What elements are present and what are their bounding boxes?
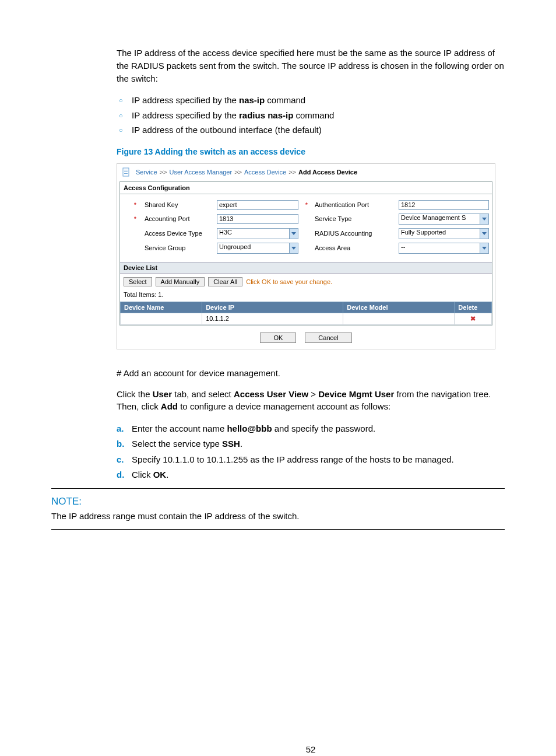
service-type-label: Service Type <box>315 215 396 222</box>
page-icon <box>122 167 131 177</box>
access-dev-type-label: Access Device Type <box>145 230 214 237</box>
service-group-label: Service Group <box>145 244 214 251</box>
chevron-down-icon[interactable] <box>480 228 489 239</box>
note-title: NOTE: <box>51 494 505 510</box>
chevron-down-icon[interactable] <box>289 228 298 239</box>
device-list-title: Device List <box>120 262 492 274</box>
access-config-panel: Access Configuration * Shared Key * Auth… <box>119 181 492 326</box>
note-body: The IP address range must contain the IP… <box>51 510 505 524</box>
divider <box>51 488 505 489</box>
figure-caption: Figure 13 Adding the switch as an access… <box>117 147 505 156</box>
auth-port-label: Authentication Port <box>315 201 396 208</box>
add-manually-button[interactable]: Add Manually <box>156 277 205 286</box>
note-block: NOTE: The IP address range must contain … <box>51 488 505 530</box>
list-item: c.Specify 10.1.1.0 to 10.1.1.255 as the … <box>117 452 505 467</box>
crumb-sep: >> <box>288 169 296 176</box>
access-dev-type-select[interactable]: H3C <box>217 228 298 239</box>
steps-list: a.Enter the account name hello@bbb and s… <box>117 421 505 482</box>
table-row: 10.1.1.2 ✖ <box>121 313 492 324</box>
svg-rect-3 <box>124 173 128 174</box>
required-marker: * <box>301 201 312 208</box>
list-item: d.Click OK. <box>117 467 505 482</box>
list-item: IP address of the outbound interface (th… <box>117 123 505 138</box>
panel-title: Access Configuration <box>120 182 492 194</box>
service-group-select[interactable]: Ungrouped <box>217 243 298 254</box>
breadcrumb: Service >> User Access Manager >> Access… <box>117 164 495 180</box>
crumb-service[interactable]: Service <box>136 169 157 176</box>
radius-acct-select[interactable]: Fully Supported <box>399 228 489 239</box>
required-marker: * <box>128 201 142 208</box>
shared-key-label: Shared Key <box>145 201 214 208</box>
ok-button[interactable]: OK <box>260 332 296 343</box>
crumb-sep: >> <box>160 169 167 176</box>
required-marker: * <box>128 215 142 222</box>
col-device-ip: Device IP <box>202 302 343 313</box>
click-user-paragraph: Click the User tab, and select Access Us… <box>117 388 505 414</box>
intro-paragraph: The IP address of the access device spec… <box>117 47 505 85</box>
figure-container: Service >> User Access Manager >> Access… <box>117 163 495 349</box>
service-type-select[interactable]: Device Management S <box>399 214 489 225</box>
chevron-down-icon[interactable] <box>480 214 489 225</box>
radius-acct-label: RADIUS Accounting <box>315 230 396 237</box>
svg-rect-2 <box>124 172 128 172</box>
access-area-label: Access Area <box>315 244 396 251</box>
save-hint: Click OK to save your change. <box>246 278 332 285</box>
list-item: a.Enter the account name hello@bbb and s… <box>117 421 505 436</box>
crumb-current: Add Access Device <box>298 169 357 176</box>
col-device-model: Device Model <box>343 302 455 313</box>
chevron-down-icon[interactable] <box>480 243 489 254</box>
cell-device-ip: 10.1.1.2 <box>202 313 343 324</box>
device-table: Device Name Device IP Device Model Delet… <box>120 302 492 325</box>
list-item: b.Select the service type SSH. <box>117 436 505 452</box>
delete-icon[interactable]: ✖ <box>470 315 476 322</box>
acct-port-input[interactable] <box>217 214 298 224</box>
page-number: 52 <box>117 534 505 754</box>
list-item: IP address specified by the nas-ip comma… <box>117 93 505 108</box>
select-button[interactable]: Select <box>124 277 152 286</box>
acct-port-label: Accounting Port <box>145 215 214 222</box>
auth-port-input[interactable] <box>399 200 489 210</box>
crumb-uam[interactable]: User Access Manager <box>170 169 233 176</box>
list-item: IP address specified by the radius nas-i… <box>117 108 505 123</box>
divider <box>51 529 505 530</box>
col-delete: Delete <box>455 302 492 313</box>
shared-key-input[interactable] <box>217 200 298 210</box>
total-items: Total Items: 1. <box>120 290 492 302</box>
access-area-select[interactable]: -- <box>399 243 489 254</box>
col-device-name: Device Name <box>121 302 202 313</box>
ip-order-list: IP address specified by the nas-ip comma… <box>117 93 505 138</box>
svg-rect-1 <box>124 170 128 170</box>
cancel-button[interactable]: Cancel <box>305 332 351 343</box>
clear-all-button[interactable]: Clear All <box>208 277 242 286</box>
crumb-access-device[interactable]: Access Device <box>244 169 286 176</box>
add-account-line: # Add an account for device management. <box>117 367 505 380</box>
crumb-sep: >> <box>234 169 242 176</box>
chevron-down-icon[interactable] <box>289 243 298 254</box>
